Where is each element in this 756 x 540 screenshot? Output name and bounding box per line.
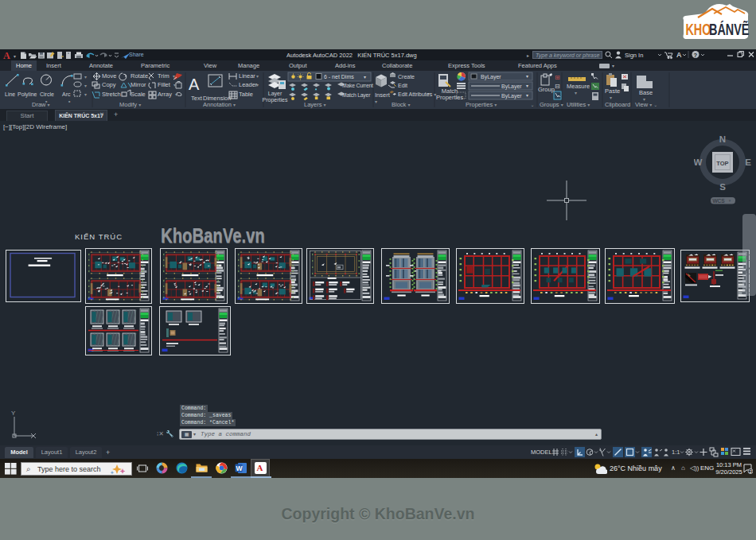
- svg-text:⊟: ⊟: [555, 83, 560, 90]
- svg-text:N: N: [719, 134, 726, 144]
- svg-text:▾: ▾: [364, 75, 366, 80]
- svg-text:ByLayer: ByLayer: [501, 93, 522, 99]
- svg-text:E: E: [745, 157, 751, 167]
- svg-text:▾: ▾: [526, 93, 528, 98]
- svg-text:▾: ▾: [84, 84, 87, 88]
- svg-text:KHO: KHO: [685, 21, 711, 39]
- svg-text:▾: ▾: [256, 74, 259, 79]
- svg-text:?: ?: [694, 52, 698, 59]
- svg-text:TOP: TOP: [716, 160, 728, 167]
- svg-text:BÁNVẼ: BÁNVẼ: [709, 21, 749, 39]
- svg-text:A: A: [676, 51, 682, 59]
- svg-text:▾: ▾: [526, 74, 528, 79]
- svg-text:▾: ▾: [84, 75, 87, 80]
- svg-text:6 - net Dims: 6 - net Dims: [324, 74, 354, 80]
- svg-text:A: A: [189, 76, 200, 93]
- svg-text:Y: Y: [11, 410, 16, 417]
- svg-text:W: W: [694, 157, 703, 167]
- svg-text:W: W: [236, 464, 244, 472]
- svg-text:⊞: ⊞: [555, 74, 560, 81]
- svg-text:ByLayer: ByLayer: [481, 74, 501, 80]
- svg-text:WCS: WCS: [712, 198, 725, 204]
- svg-text:S: S: [719, 182, 726, 192]
- svg-text:▾: ▾: [526, 84, 528, 88]
- svg-text:▾: ▾: [84, 92, 87, 97]
- svg-text:1:1: 1:1: [672, 449, 680, 456]
- svg-text:ByLayer: ByLayer: [501, 84, 522, 90]
